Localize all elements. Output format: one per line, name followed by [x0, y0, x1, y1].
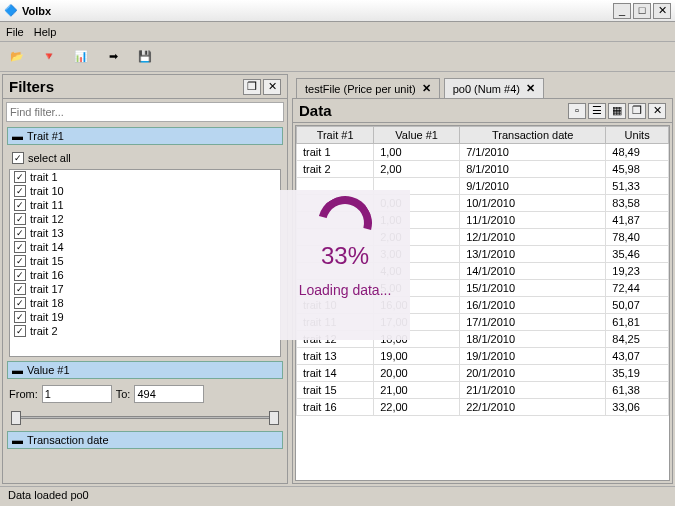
table-cell: 61,38 [606, 382, 669, 399]
table-cell: 20/1/2010 [460, 365, 606, 382]
open-icon[interactable]: 📂 [6, 46, 28, 68]
tab-label: po0 (Num #4) [453, 83, 520, 95]
tab-po0[interactable]: po0 (Num #4) ✕ [444, 78, 544, 98]
filter-icon[interactable]: 🔻 [38, 46, 60, 68]
save-icon[interactable]: 💾 [134, 46, 156, 68]
filters-panel: Filters ❐ ✕ ▬ Trait #1 ✓ select all ✓tra… [2, 74, 288, 484]
column-header[interactable]: Trait #1 [297, 127, 374, 144]
trait-label: trait 17 [30, 283, 64, 295]
table-row[interactable]: trait 1420,0020/1/201035,19 [297, 365, 669, 382]
find-filter-input[interactable] [6, 102, 284, 122]
app-icon: 🔷 [4, 4, 18, 18]
range-slider[interactable] [11, 409, 279, 427]
list-item[interactable]: ✓trait 11 [10, 198, 280, 212]
status-text: Data loaded po0 [8, 489, 89, 501]
table-row[interactable]: trait 22,008/1/201045,98 [297, 161, 669, 178]
view-icon[interactable]: ☰ [588, 103, 606, 119]
tab-label: testFile (Price per unit) [305, 83, 416, 95]
export-icon[interactable]: ➡ [102, 46, 124, 68]
trait-header-label: Trait #1 [27, 130, 64, 142]
list-item[interactable]: ✓trait 12 [10, 212, 280, 226]
table-cell: trait 13 [297, 348, 374, 365]
table-cell: 48,49 [606, 144, 669, 161]
column-header[interactable]: Value #1 [374, 127, 460, 144]
trait-list[interactable]: ✓trait 1✓trait 10✓trait 11✓trait 12✓trai… [9, 169, 281, 357]
column-header[interactable]: Transaction date [460, 127, 606, 144]
checkbox[interactable]: ✓ [14, 171, 26, 183]
restore-icon[interactable]: ❐ [628, 103, 646, 119]
table-cell: 19,00 [374, 348, 460, 365]
table-row[interactable]: trait 1521,0021/1/201061,38 [297, 382, 669, 399]
table-cell: 1,00 [374, 144, 460, 161]
checkbox[interactable]: ✓ [14, 269, 26, 281]
collapse-icon: ▬ [12, 130, 23, 142]
menu-file[interactable]: File [6, 26, 24, 38]
table-cell: 7/1/2010 [460, 144, 606, 161]
menu-help[interactable]: Help [34, 26, 57, 38]
window-title: Volbx [22, 5, 613, 17]
table-cell: trait 1 [297, 144, 374, 161]
value-group-header[interactable]: ▬ Value #1 [7, 361, 283, 379]
tab-testfile[interactable]: testFile (Price per unit) ✕ [296, 78, 440, 98]
list-item[interactable]: ✓trait 2 [10, 324, 280, 338]
checkbox[interactable]: ✓ [14, 325, 26, 337]
table-cell: 83,58 [606, 195, 669, 212]
list-item[interactable]: ✓trait 19 [10, 310, 280, 324]
table-row[interactable]: trait 1622,0022/1/201033,06 [297, 399, 669, 416]
checkbox[interactable]: ✓ [14, 185, 26, 197]
list-item[interactable]: ✓trait 17 [10, 282, 280, 296]
trait-label: trait 16 [30, 269, 64, 281]
list-item[interactable]: ✓trait 18 [10, 296, 280, 310]
column-header[interactable]: Units [606, 127, 669, 144]
list-item[interactable]: ✓trait 15 [10, 254, 280, 268]
transaction-group-header[interactable]: ▬ Transaction date [7, 431, 283, 449]
chart-icon[interactable]: 📊 [70, 46, 92, 68]
data-title: Data [299, 102, 566, 119]
table-row[interactable]: trait 11,007/1/201048,49 [297, 144, 669, 161]
list-item[interactable]: ✓trait 16 [10, 268, 280, 282]
to-input[interactable] [134, 385, 204, 403]
list-item[interactable]: ✓trait 10 [10, 184, 280, 198]
restore-icon[interactable]: ❐ [243, 79, 261, 95]
transaction-header-label: Transaction date [27, 434, 109, 446]
close-filters-button[interactable]: ✕ [263, 79, 281, 95]
copy-icon[interactable]: ▫ [568, 103, 586, 119]
trait-label: trait 1 [30, 171, 58, 183]
close-data-button[interactable]: ✕ [648, 103, 666, 119]
minimize-button[interactable]: _ [613, 3, 631, 19]
checkbox[interactable]: ✓ [14, 311, 26, 323]
select-all-label: select all [28, 152, 71, 164]
table-cell: 35,19 [606, 365, 669, 382]
table-cell: 43,07 [606, 348, 669, 365]
checkbox[interactable]: ✓ [14, 241, 26, 253]
progress-arc-icon [308, 186, 382, 260]
table-cell: 12/1/2010 [460, 229, 606, 246]
checkbox[interactable]: ✓ [14, 297, 26, 309]
trait-label: trait 2 [30, 325, 58, 337]
grid-icon[interactable]: ▦ [608, 103, 626, 119]
trait-label: trait 19 [30, 311, 64, 323]
checkbox[interactable]: ✓ [14, 283, 26, 295]
checkbox[interactable]: ✓ [14, 255, 26, 267]
trait-label: trait 18 [30, 297, 64, 309]
close-icon[interactable]: ✕ [526, 82, 535, 95]
list-item[interactable]: ✓trait 14 [10, 240, 280, 254]
list-item[interactable]: ✓trait 1 [10, 170, 280, 184]
checkbox[interactable]: ✓ [14, 199, 26, 211]
table-cell: 15/1/2010 [460, 280, 606, 297]
checkbox[interactable]: ✓ [14, 213, 26, 225]
from-input[interactable] [42, 385, 112, 403]
table-row[interactable]: trait 1319,0019/1/201043,07 [297, 348, 669, 365]
close-icon[interactable]: ✕ [422, 82, 431, 95]
checkbox[interactable]: ✓ [14, 227, 26, 239]
trait-group-header[interactable]: ▬ Trait #1 [7, 127, 283, 145]
toolbar: 📂 🔻 📊 ➡ 💾 [0, 42, 675, 72]
list-item[interactable]: ✓trait 13 [10, 226, 280, 240]
table-cell: 21/1/2010 [460, 382, 606, 399]
table-cell: 35,46 [606, 246, 669, 263]
loading-text: Loading data... [299, 282, 392, 298]
maximize-button[interactable]: □ [633, 3, 651, 19]
close-button[interactable]: ✕ [653, 3, 671, 19]
select-all-checkbox[interactable]: ✓ [12, 152, 24, 164]
table-cell: 41,87 [606, 212, 669, 229]
